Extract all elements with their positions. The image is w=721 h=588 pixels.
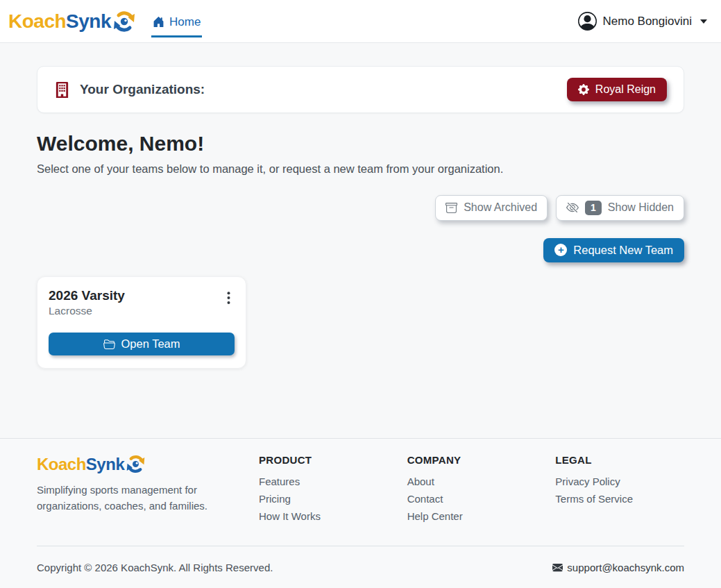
show-archived-button[interactable]: Show Archived xyxy=(435,195,548,221)
footer-tagline: Simplifying sports management for organi… xyxy=(37,482,217,514)
organizations-card: Your Organizations: Royal Reign xyxy=(37,66,684,113)
footer: KoachSynk Simplifying sports management … xyxy=(0,438,721,588)
team-card-titles: 2026 Varsity Lacrosse xyxy=(49,288,125,317)
team-name: 2026 Varsity xyxy=(49,288,125,303)
show-hidden-button[interactable]: 1 Show Hidden xyxy=(556,195,684,221)
welcome-subtitle: Select one of your teams below to manage… xyxy=(37,162,684,176)
footer-column-product: PRODUCT Features Pricing How It Works xyxy=(259,454,407,528)
team-card: 2026 Varsity Lacrosse Open Team xyxy=(37,276,246,369)
footer-link-contact[interactable]: Contact xyxy=(407,493,443,505)
organization-button-label: Royal Reign xyxy=(595,83,656,96)
gear-icon xyxy=(578,84,589,95)
brand-wordmark: KoachSynk xyxy=(8,10,111,33)
footer-brand-column: KoachSynk Simplifying sports management … xyxy=(37,454,259,528)
nav-home-link[interactable]: Home xyxy=(151,6,202,37)
eye-slash-icon xyxy=(566,201,579,214)
support-email-text: support@koachsynk.com xyxy=(567,562,684,573)
copyright-text: Copyright © 2026 KoachSynk. All Rights R… xyxy=(37,562,273,573)
user-menu-dropdown[interactable]: Nemo Bongiovini xyxy=(578,12,707,31)
filter-button-row: Show Archived 1 Show Hidden xyxy=(37,195,684,221)
footer-heading-company: COMPANY xyxy=(407,454,556,466)
footer-brand-synk: Synk xyxy=(86,455,124,473)
brand-synk: Synk xyxy=(66,10,111,32)
envelope-icon xyxy=(552,562,563,573)
open-team-label: Open Team xyxy=(121,337,180,351)
footer-heading-legal: LEGAL xyxy=(555,454,684,466)
request-button-row: + Request New Team xyxy=(37,238,684,262)
footer-bottom-row: Copyright © 2026 KoachSynk. All Rights R… xyxy=(37,562,684,573)
show-archived-label: Show Archived xyxy=(464,201,537,214)
plus-circle-icon: + xyxy=(554,244,567,256)
footer-link-privacy-policy[interactable]: Privacy Policy xyxy=(555,476,620,487)
show-hidden-label: Show Hidden xyxy=(608,201,674,214)
brand-koach: Koach xyxy=(8,10,66,32)
page: KoachSynk Home Nemo Bongiovini xyxy=(0,0,721,588)
hidden-count-badge: 1 xyxy=(585,201,602,215)
top-navbar: KoachSynk Home Nemo Bongiovini xyxy=(0,0,721,43)
footer-column-legal: LEGAL Privacy Policy Terms of Service xyxy=(555,454,684,528)
sync-logo-icon xyxy=(112,10,136,33)
request-new-team-label: Request New Team xyxy=(573,244,673,257)
request-new-team-button[interactable]: + Request New Team xyxy=(543,238,684,262)
caret-down-icon xyxy=(700,19,707,24)
footer-brand-koach: Koach xyxy=(37,455,86,473)
team-sport: Lacrosse xyxy=(49,305,125,317)
brand-logo[interactable]: KoachSynk xyxy=(8,10,136,33)
building-icon xyxy=(54,82,70,98)
footer-link-terms-of-service[interactable]: Terms of Service xyxy=(555,493,633,505)
archive-icon xyxy=(446,202,457,214)
organizations-title: Your Organizations: xyxy=(80,82,205,97)
footer-sync-logo-icon xyxy=(126,454,146,474)
organization-royal-reign-button[interactable]: Royal Reign xyxy=(567,78,667,101)
open-team-button[interactable]: Open Team xyxy=(49,333,235,355)
footer-link-help-center[interactable]: Help Center xyxy=(407,510,463,522)
welcome-heading: Welcome, Nemo! xyxy=(37,132,684,156)
footer-link-how-it-works[interactable]: How It Works xyxy=(259,510,321,522)
footer-link-about[interactable]: About xyxy=(407,476,434,487)
support-email[interactable]: support@koachsynk.com xyxy=(552,562,684,573)
footer-brand-wordmark: KoachSynk xyxy=(37,455,124,474)
footer-heading-product: PRODUCT xyxy=(259,454,407,466)
person-circle-icon xyxy=(578,12,597,31)
footer-column-company: COMPANY About Contact Help Center xyxy=(407,454,556,528)
footer-columns: KoachSynk Simplifying sports management … xyxy=(37,454,684,528)
user-name: Nemo Bongiovini xyxy=(602,15,692,28)
nav-home-label: Home xyxy=(169,15,201,29)
footer-brand-logo[interactable]: KoachSynk xyxy=(37,454,259,474)
folder-open-icon xyxy=(103,338,115,350)
footer-link-pricing[interactable]: Pricing xyxy=(259,493,291,505)
footer-link-features[interactable]: Features xyxy=(259,476,300,487)
kebab-menu-icon xyxy=(227,291,230,305)
team-options-menu-button[interactable] xyxy=(223,288,235,310)
footer-divider xyxy=(37,546,684,546)
team-card-header: 2026 Varsity Lacrosse xyxy=(49,288,235,317)
home-icon xyxy=(153,16,164,28)
main-content: Your Organizations: Royal Reign Welcome,… xyxy=(0,43,721,438)
